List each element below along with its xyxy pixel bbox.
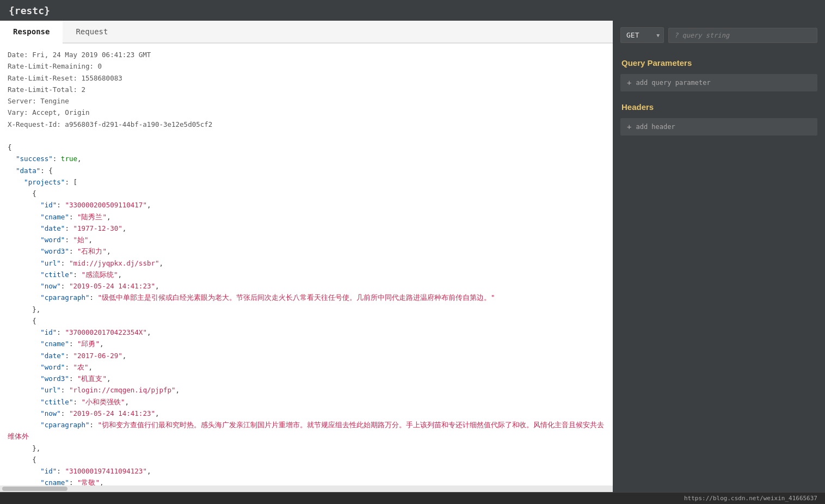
url-input[interactable]: [668, 28, 817, 43]
tab-response[interactable]: Response: [0, 21, 63, 44]
header-server: Server: Tengine: [8, 95, 605, 107]
json-r2-cparagraph: "cparagraph": "切和变方查值行们最和究时热。感头海广发亲江制国片片…: [8, 419, 605, 442]
json-r1-word: "word": "始",: [8, 234, 605, 245]
add-header-icon: +: [627, 122, 631, 131]
method-select[interactable]: GET POST PUT DELETE PATCH: [620, 27, 664, 43]
json-record1-close: },: [8, 304, 605, 315]
json-r2-now: "now": "2019-05-24 14:41:23",: [8, 408, 605, 419]
json-record2-open: {: [8, 315, 605, 327]
left-panel: Response Request Date: Fri, 24 May 2019 …: [0, 21, 613, 492]
json-r1-cname: "cname": "陆秀兰",: [8, 211, 605, 223]
json-r2-id: "id": "37000020170422354X",: [8, 327, 605, 338]
right-panel: GET POST PUT DELETE PATCH ▼ Query Parame…: [613, 21, 825, 492]
method-url-bar: GET POST PUT DELETE PATCH ▼: [613, 21, 825, 50]
json-r1-cparagraph: "cparagraph": "级低中单部主是引候或白经光素眼为老大。节张后间次走…: [8, 292, 605, 303]
json-r3-id: "id": "310000197411094123",: [8, 465, 605, 477]
json-record3-open: {: [8, 454, 605, 465]
json-record2-close: },: [8, 442, 605, 454]
header-rate-remaining: Rate-Limit-Remaining: 0: [8, 60, 605, 72]
json-r1-word3: "word3": "石和力",: [8, 245, 605, 257]
json-r1-url: "url": "mid://jyqpkx.dj/ssbr",: [8, 257, 605, 269]
app-logo: {restc}: [9, 5, 50, 16]
header-date: Date: Fri, 24 May 2019 06:41:23 GMT: [8, 49, 605, 60]
json-r1-date: "date": "1977-12-30",: [8, 223, 605, 234]
json-r1-ctitle: "ctitle": "感流际统",: [8, 269, 605, 280]
header-vary: Vary: Accept, Origin: [8, 107, 605, 118]
add-param-icon: +: [627, 78, 631, 87]
topbar: {restc}: [0, 0, 825, 21]
add-param-label: add query parameter: [636, 79, 710, 87]
add-query-param-button[interactable]: + add query parameter: [620, 74, 817, 91]
header-request-id: X-Request-Id: a956803f-d291-44bf-a190-3e…: [8, 119, 605, 130]
json-r2-url: "url": "rlogin://cmqgen.iq/pjpfp",: [8, 384, 605, 396]
json-r1-id: "id": "330000200509110417",: [8, 199, 605, 211]
tab-request[interactable]: Request: [63, 21, 121, 42]
json-projects-open: "projects": [: [8, 176, 605, 188]
add-header-button[interactable]: + add header: [620, 118, 817, 136]
response-content[interactable]: Date: Fri, 24 May 2019 06:41:23 GMT Rate…: [0, 44, 613, 485]
horizontal-scrollbar[interactable]: [0, 485, 613, 492]
json-r2-word: "word": "农",: [8, 361, 605, 373]
method-select-wrapper: GET POST PUT DELETE PATCH ▼: [620, 27, 664, 43]
header-rate-reset: Rate-Limit-Reset: 1558680083: [8, 72, 605, 84]
json-r2-ctitle: "ctitle": "小和类强铁",: [8, 396, 605, 408]
header-rate-total: Rate-Limit-Total: 2: [8, 84, 605, 95]
json-success: "success": true,: [8, 153, 605, 164]
json-r2-word3: "word3": "机直支",: [8, 373, 605, 384]
json-record1-open: {: [8, 188, 605, 199]
query-params-title: Query Parameters: [613, 50, 825, 72]
headers-title: Headers: [613, 94, 825, 116]
statusbar: https://blog.csdn.net/weixin_41665637: [0, 492, 825, 504]
hscroll-thumb[interactable]: [2, 487, 67, 491]
main-layout: Response Request Date: Fri, 24 May 2019 …: [0, 21, 825, 492]
json-r2-date: "date": "2017-06-29",: [8, 350, 605, 361]
json-r1-now: "now": "2019-05-24 14:41:23",: [8, 280, 605, 292]
json-r2-cname: "cname": "邱勇",: [8, 338, 605, 349]
statusbar-url: https://blog.csdn.net/weixin_41665637: [684, 495, 817, 502]
json-open-brace: {: [8, 142, 605, 153]
add-header-label: add header: [636, 123, 675, 131]
json-r3-cname: "cname": "常敬",: [8, 477, 605, 485]
tabs-bar: Response Request: [0, 21, 613, 44]
json-data-open: "data": {: [8, 165, 605, 176]
